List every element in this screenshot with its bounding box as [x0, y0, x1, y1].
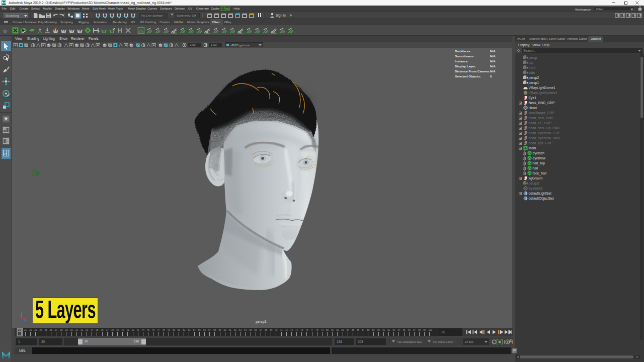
svg-text:Y: Y — [21, 312, 23, 314]
